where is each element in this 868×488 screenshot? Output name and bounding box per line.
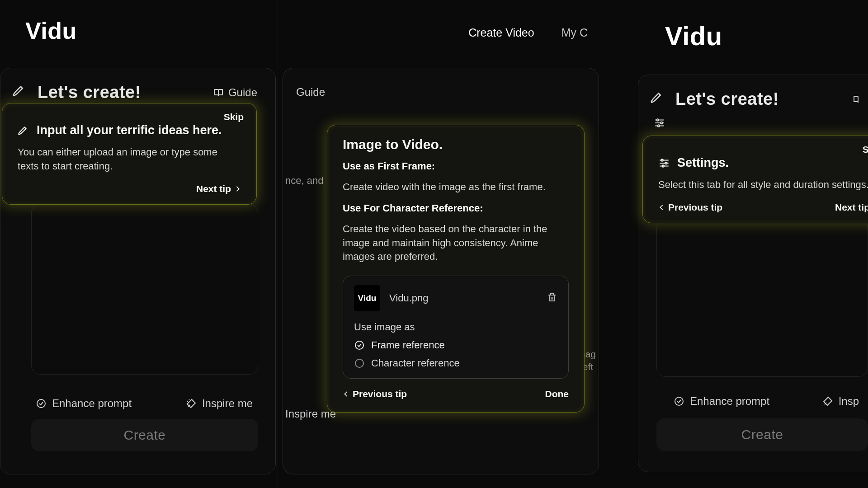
svg-point-6: [675, 397, 683, 405]
guide-label: Guide: [296, 86, 325, 99]
chevron-left-icon: [343, 391, 349, 397]
brand-logo: Vidu: [665, 21, 722, 51]
inspire-label: Insp: [839, 395, 859, 408]
file-name: Vidu.png: [389, 292, 538, 304]
svg-point-5: [658, 125, 660, 127]
nav-create-video[interactable]: Create Video: [468, 26, 534, 39]
tip-body: You can either upload an image or type s…: [18, 145, 241, 174]
tip-title: Input all your terrific ideas here.: [37, 123, 222, 137]
brand-logo: Vidu: [25, 17, 77, 44]
svg-point-2: [355, 359, 363, 367]
settings-tab[interactable]: [638, 113, 868, 131]
nav-my-creations[interactable]: My C: [561, 26, 588, 39]
svg-point-3: [657, 119, 659, 121]
guide-button[interactable]: Guide: [292, 86, 325, 99]
inspire-me-button[interactable]: Inspire me: [285, 408, 336, 420]
sliders-icon: [654, 117, 665, 129]
tip-title: Settings.: [677, 156, 729, 170]
sliders-icon: [658, 157, 670, 169]
onboarding-tip-image-to-video: Image to Video. Use as First Frame: Crea…: [327, 125, 585, 413]
radio-selected-icon: [354, 340, 365, 351]
tip-title: Image to Video.: [343, 137, 569, 152]
panel-title: Let's create!: [38, 83, 141, 102]
option-frame-reference[interactable]: Frame reference: [354, 339, 557, 351]
svg-point-8: [665, 162, 667, 164]
enhance-label: Enhance prompt: [690, 395, 769, 408]
use-image-as-label: Use image as: [354, 321, 557, 333]
svg-point-1: [355, 341, 363, 349]
option-character-reference[interactable]: Character reference: [354, 357, 557, 369]
skip-button[interactable]: Skip: [863, 144, 868, 155]
svg-point-9: [662, 165, 664, 167]
tip-body: Create video with the image as the first…: [343, 180, 569, 194]
subhead-first-frame: Use as First Frame:: [343, 160, 569, 172]
previous-tip-button[interactable]: Previous tip: [343, 389, 407, 399]
next-tip-button[interactable]: Next tip: [835, 202, 868, 213]
brush-icon: [650, 89, 665, 109]
create-panel: Let's create! Enhance prompt Insp Create: [638, 75, 868, 472]
panel-title: Let's create!: [675, 89, 779, 109]
enhance-prompt-button[interactable]: Enhance prompt: [36, 397, 132, 410]
guide-label: Guide: [228, 86, 257, 99]
svg-point-0: [37, 399, 45, 408]
inspire-me-button[interactable]: Inspire me: [186, 397, 253, 410]
enhance-prompt-button[interactable]: Enhance prompt: [674, 395, 769, 408]
prompt-area[interactable]: [31, 204, 258, 375]
bg-snippet: nce, and: [285, 174, 330, 188]
uploaded-file-card: Vidu Vidu.png Use image as Frame referen…: [343, 276, 569, 379]
svg-point-4: [660, 122, 662, 124]
trash-icon: [547, 292, 557, 303]
enhance-label: Enhance prompt: [52, 397, 132, 410]
prompt-area[interactable]: [656, 220, 868, 377]
inspire-label: Inspire me: [202, 397, 253, 410]
inspire-me-button[interactable]: Insp: [822, 395, 859, 408]
guide-button[interactable]: Guide: [213, 86, 257, 99]
brush-icon: [18, 125, 29, 136]
done-button[interactable]: Done: [545, 389, 569, 399]
delete-file-button[interactable]: [547, 292, 557, 305]
create-button[interactable]: Create: [656, 418, 868, 451]
next-tip-button[interactable]: Next tip: [196, 183, 241, 194]
onboarding-tip-settings: Skip Settings. Select this tab for all s…: [642, 136, 868, 223]
subhead-char-ref: Use For Character Reference:: [343, 202, 569, 214]
create-button[interactable]: Create: [31, 419, 258, 451]
skip-button[interactable]: Skip: [224, 112, 244, 122]
brush-icon: [12, 83, 27, 102]
chevron-left-icon: [658, 204, 665, 211]
tip-body: Select this tab for all style and durati…: [658, 178, 868, 192]
tip-body: Create the video based on the character …: [343, 222, 569, 264]
onboarding-tip-input: Skip Input all your terrific ideas here.…: [2, 103, 257, 205]
file-thumbnail: Vidu: [354, 285, 380, 311]
svg-point-7: [661, 159, 663, 161]
chevron-right-icon: [235, 186, 241, 192]
previous-tip-button[interactable]: Previous tip: [658, 202, 722, 213]
radio-unselected-icon: [354, 358, 365, 369]
guide-button[interactable]: [853, 94, 863, 105]
